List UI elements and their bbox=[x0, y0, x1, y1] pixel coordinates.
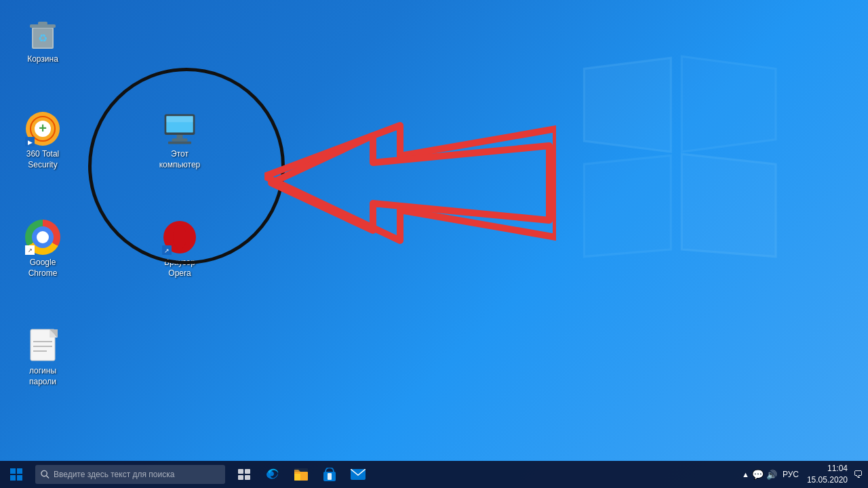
tray-expand-button[interactable]: ▲ bbox=[742, 470, 749, 479]
search-input[interactable] bbox=[54, 470, 220, 479]
language-indicator[interactable]: РУС bbox=[783, 470, 799, 479]
360-security-image: + ▶ bbox=[25, 111, 60, 146]
taskbar-tray: ▲ 💬 🔊 РУС 11:04 15.05.2020 🗨 bbox=[742, 463, 868, 486]
google-chrome-label: Google Chrome bbox=[15, 258, 71, 279]
opera-label: Браузер Opera bbox=[152, 258, 208, 279]
text-file-icon[interactable]: логины пароли bbox=[12, 325, 73, 390]
recycle-bin-label: Корзина bbox=[27, 54, 58, 65]
svg-marker-2 bbox=[584, 155, 671, 256]
svg-line-38 bbox=[46, 476, 49, 479]
explorer-button[interactable] bbox=[288, 461, 315, 488]
this-computer-label: Этот компьютер bbox=[152, 149, 208, 170]
svg-rect-7 bbox=[38, 22, 47, 25]
store-button[interactable] bbox=[316, 461, 343, 488]
desktop: ♻ Корзина + ▶ 360 Total Security bbox=[0, 0, 868, 461]
svg-marker-32 bbox=[264, 125, 556, 241]
svg-rect-45 bbox=[294, 468, 308, 472]
red-arrow-annotation bbox=[264, 115, 556, 251]
mail-button[interactable] bbox=[344, 461, 372, 488]
clock-time: 11:04 bbox=[827, 463, 848, 474]
svg-marker-3 bbox=[682, 154, 776, 256]
google-chrome-image: ↗ bbox=[25, 220, 60, 255]
start-button[interactable] bbox=[0, 461, 33, 488]
opera-icon[interactable]: ↗ Браузер Opera bbox=[149, 217, 210, 281]
360-security-icon[interactable]: + ▶ 360 Total Security bbox=[12, 108, 73, 173]
svg-point-37 bbox=[41, 470, 47, 476]
text-file-image bbox=[25, 328, 60, 363]
notification-button[interactable]: 🗨 bbox=[853, 469, 863, 480]
svg-rect-18 bbox=[177, 135, 183, 138]
svg-rect-41 bbox=[238, 475, 243, 480]
volume-icon[interactable]: 🔊 bbox=[766, 470, 777, 480]
network-icon[interactable]: 💬 bbox=[752, 469, 764, 480]
svg-rect-19 bbox=[172, 138, 187, 141]
opera-image: ↗ bbox=[162, 220, 197, 255]
360-security-label: 360 Total Security bbox=[15, 149, 71, 170]
svg-point-23 bbox=[173, 225, 186, 249]
task-view-button[interactable] bbox=[231, 461, 258, 488]
svg-rect-20 bbox=[168, 142, 191, 144]
this-computer-icon[interactable]: Этот компьютер bbox=[149, 108, 210, 173]
taskbar-pinned-icons bbox=[231, 461, 372, 488]
edge-button[interactable] bbox=[259, 461, 286, 488]
svg-marker-0 bbox=[584, 58, 671, 152]
windows-logo-watermark bbox=[570, 54, 787, 271]
clock-date: 15.05.2020 bbox=[807, 474, 848, 486]
text-file-label: логины пароли bbox=[15, 366, 71, 387]
svg-rect-34 bbox=[17, 468, 22, 474]
svg-text:+: + bbox=[39, 121, 47, 136]
svg-rect-40 bbox=[245, 469, 250, 474]
svg-marker-1 bbox=[682, 56, 776, 152]
svg-text:↗: ↗ bbox=[164, 247, 170, 254]
svg-rect-35 bbox=[10, 475, 16, 481]
system-clock[interactable]: 11:04 15.05.2020 bbox=[807, 463, 848, 486]
google-chrome-icon[interactable]: ↗ Google Chrome bbox=[12, 217, 73, 281]
this-computer-image bbox=[162, 111, 197, 146]
svg-rect-47 bbox=[328, 473, 332, 480]
svg-text:♻: ♻ bbox=[38, 33, 47, 44]
taskbar: ▲ 💬 🔊 РУС 11:04 15.05.2020 🗨 bbox=[0, 461, 868, 488]
svg-rect-33 bbox=[10, 468, 16, 474]
svg-rect-36 bbox=[17, 475, 22, 481]
svg-rect-17 bbox=[166, 116, 193, 122]
taskbar-search[interactable] bbox=[35, 465, 225, 484]
svg-rect-39 bbox=[238, 469, 243, 474]
recycle-bin-icon[interactable]: ♻ Корзина bbox=[12, 14, 73, 68]
svg-text:▶: ▶ bbox=[28, 139, 33, 146]
recycle-bin-image: ♻ bbox=[25, 16, 60, 52]
svg-rect-42 bbox=[245, 475, 250, 480]
